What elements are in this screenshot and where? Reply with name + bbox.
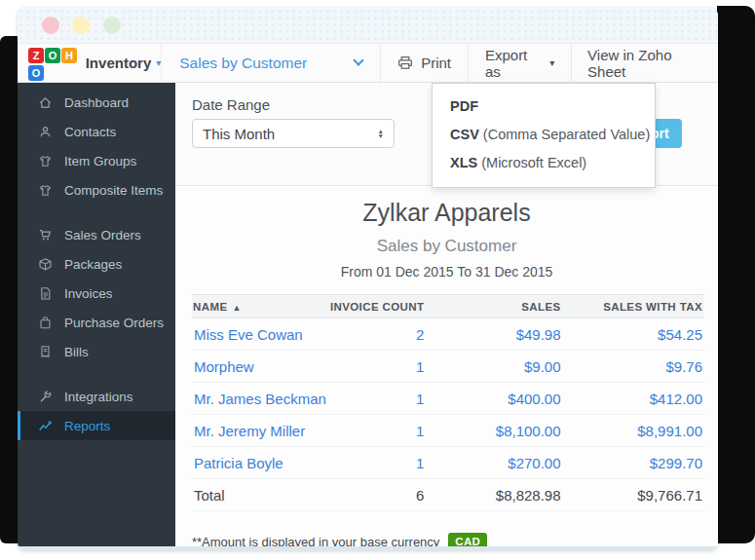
packages-icon	[38, 257, 53, 272]
column-header-label: NAME	[193, 301, 227, 313]
sidebar-item-label: Invoices	[64, 286, 113, 301]
export-menu: PDFCSV (Comma Separated Value)XLS (Micro…	[432, 83, 656, 188]
sidebar-nav: DashboardContactsItem GroupsComposite It…	[18, 83, 175, 546]
column-header-invoice-count[interactable]: INVOICE COUNT	[328, 295, 427, 318]
date-range-select[interactable]: This Month ▲▼	[192, 119, 395, 148]
sidebar-item-integrations[interactable]: Integrations	[18, 382, 175, 411]
top-toolbar: ZOHO Inventory ▾ Sales by Customer Print…	[18, 44, 718, 83]
sidebar-item-label: Purchase Orders	[64, 316, 164, 330]
sidebar-item-invoices[interactable]: Invoices	[18, 279, 175, 308]
zoho-logo-letter: Z	[28, 48, 44, 63]
table-row: Patricia Boyle1$270.00$299.70	[192, 447, 704, 479]
print-button[interactable]: Print	[381, 44, 468, 82]
sidebar-group-gap	[18, 366, 175, 382]
table-row: Miss Eve Cowan2$49.98$54.25	[192, 318, 704, 351]
minimize-window-button[interactable]	[72, 17, 90, 34]
cell-sales-with-tax[interactable]: $412.00	[563, 383, 704, 415]
zoho-logo-letter: O	[28, 65, 44, 81]
column-header-label: SALES	[521, 301, 560, 313]
cell-sales[interactable]: $400.00	[426, 383, 562, 415]
print-label: Print	[421, 55, 451, 71]
integrations-icon	[38, 390, 53, 404]
export-menu-item-xls[interactable]: XLS (Microsoft Excel)	[433, 149, 655, 177]
cell-invoice-count[interactable]: 1	[328, 415, 427, 447]
item-groups-icon	[38, 154, 53, 168]
export-format-code: XLS	[450, 155, 477, 170]
sidebar-item-composite-items[interactable]: Composite Items	[18, 175, 175, 205]
invoices-icon	[38, 286, 53, 301]
export-as-label: Export as	[485, 47, 540, 80]
column-header-sales[interactable]: SALES	[426, 295, 562, 318]
column-header-name[interactable]: NAME▲	[192, 295, 328, 318]
cell-invoice-count[interactable]: 2	[328, 318, 427, 351]
column-header-sales-with-tax[interactable]: SALES WITH TAX	[563, 295, 704, 318]
cell-name[interactable]: Patricia Boyle	[192, 447, 328, 479]
report-table-wrap: NAME▲INVOICE COUNTSALESSALES WITH TAX Mi…	[192, 294, 704, 511]
cell-sales[interactable]: $270.00	[426, 447, 562, 479]
chevron-down-icon	[354, 55, 364, 65]
sidebar-item-label: Reports	[64, 419, 110, 433]
sidebar-item-bills[interactable]: Bills	[18, 337, 175, 366]
sidebar-item-dashboard[interactable]: Dashboard	[18, 88, 175, 117]
background-window-sliver-left	[0, 36, 19, 543]
zoho-logo-letter: O	[45, 48, 60, 63]
report-selector-dropdown[interactable]: Sales by Customer	[162, 44, 380, 82]
cell-invoice-count[interactable]: 1	[328, 447, 427, 479]
export-menu-item-pdf[interactable]: PDF	[433, 93, 655, 121]
select-stepper-icon: ▲▼	[378, 129, 384, 138]
cell-sales-with-tax[interactable]: $8,991.00	[563, 415, 704, 447]
cell-sales[interactable]: $8,100.00	[426, 415, 562, 447]
cell-sales[interactable]: $49.98	[426, 318, 562, 351]
column-header-label: SALES WITH TAX	[603, 301, 702, 313]
export-format-code: PDF	[450, 98, 478, 114]
cell-sales-with-tax[interactable]: $9.76	[563, 351, 704, 383]
zoho-inventory-brand[interactable]: ZOHO Inventory ▾	[18, 44, 162, 82]
sidebar-item-label: Contacts	[64, 125, 116, 139]
total-cell-invoice-count: 6	[328, 479, 427, 511]
date-range-label: Date Range	[192, 96, 270, 113]
window-bottom-edge	[18, 546, 718, 550]
sales-orders-icon	[38, 228, 53, 243]
currency-note: **Amount is displayed in your base curre…	[192, 533, 718, 546]
zoho-logo-letter: H	[61, 48, 77, 63]
cell-name[interactable]: Mr. Jeremy Miller	[192, 415, 328, 447]
sidebar-item-sales-orders[interactable]: Sales Orders	[18, 220, 175, 249]
export-as-button[interactable]: Export as ▾	[469, 44, 571, 82]
cell-sales-with-tax[interactable]: $54.25	[563, 318, 704, 351]
sidebar-item-packages[interactable]: Packages	[18, 249, 175, 279]
cell-invoice-count[interactable]: 1	[328, 383, 427, 415]
sidebar-group-gap	[18, 205, 175, 220]
printer-icon	[397, 56, 413, 70]
sidebar-item-contacts[interactable]: Contacts	[18, 117, 175, 146]
sidebar-item-item-groups[interactable]: Item Groups	[18, 146, 175, 175]
zoom-window-button[interactable]	[103, 17, 121, 34]
report-header: Zylkar Apparels Sales by Customer From 0…	[175, 186, 718, 280]
home-icon	[38, 95, 53, 110]
page: ZOHO Inventory ▾ Sales by Customer Print…	[0, 0, 755, 560]
cell-name[interactable]: Miss Eve Cowan	[192, 318, 328, 351]
total-cell-sales: $8,828.98	[426, 479, 562, 511]
sidebar-item-label: Composite Items	[64, 183, 163, 198]
background-window-sliver-right	[717, 6, 755, 543]
bills-icon	[38, 345, 53, 359]
total-cell-name: Total	[192, 479, 328, 511]
sales-by-customer-table: NAME▲INVOICE COUNTSALESSALES WITH TAX Mi…	[192, 294, 704, 511]
export-format-code: CSV	[450, 127, 479, 142]
export-menu-item-csv[interactable]: CSV (Comma Separated Value)	[433, 121, 655, 149]
view-in-zoho-sheet-link[interactable]: View in Zoho Sheet	[572, 44, 718, 82]
cell-name[interactable]: Morphew	[192, 351, 328, 383]
cell-name[interactable]: Mr. James Beckman	[192, 383, 328, 415]
sidebar-item-reports[interactable]: Reports	[18, 411, 175, 440]
table-row: Mr. Jeremy Miller1$8,100.00$8,991.00	[192, 415, 704, 447]
close-window-button[interactable]	[42, 17, 59, 34]
cell-sales-with-tax[interactable]: $299.70	[563, 447, 704, 479]
company-name: Zylkar Apparels	[175, 199, 718, 227]
sidebar-item-purchase-orders[interactable]: Purchase Orders	[18, 308, 175, 337]
sort-asc-icon: ▲	[232, 303, 241, 313]
brand-caret-icon: ▾	[156, 57, 161, 68]
cell-invoice-count[interactable]: 1	[328, 351, 427, 383]
cell-sales[interactable]: $9.00	[426, 351, 562, 383]
sidebar-item-label: Sales Orders	[64, 228, 141, 243]
reports-icon	[38, 419, 53, 433]
report-period: From 01 Dec 2015 To 31 Dec 2015	[175, 264, 718, 280]
